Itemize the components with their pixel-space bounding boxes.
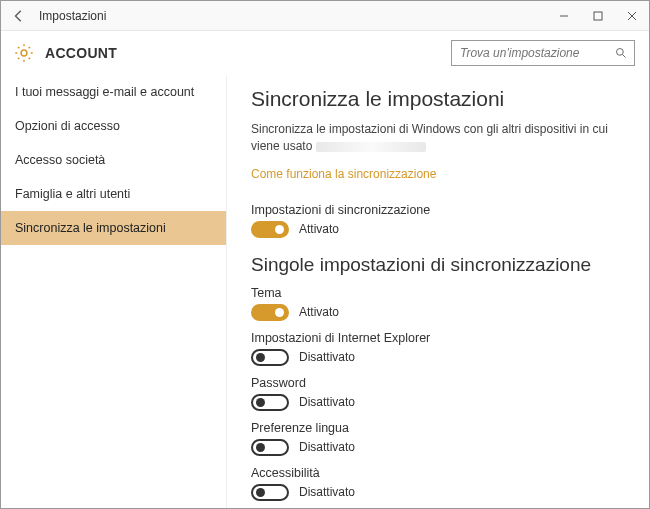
setting-toggle-1[interactable] [251,349,289,366]
svg-point-3 [617,49,624,56]
sidebar-item-4[interactable]: Sincronizza le impostazioni [1,211,226,245]
sidebar-item-2[interactable]: Accesso società [1,143,226,177]
setting-state-0: Attivato [299,305,339,319]
maximize-button[interactable] [581,1,615,31]
sync-master-toggle[interactable] [251,221,289,238]
search-input[interactable] [460,46,614,60]
sidebar-item-1[interactable]: Opzioni di accesso [1,109,226,143]
search-box[interactable] [451,40,635,66]
setting-label-4: Accessibilità [251,466,625,480]
minimize-button[interactable] [547,1,581,31]
setting-toggle-3[interactable] [251,439,289,456]
setting-label-3: Preferenze lingua [251,421,625,435]
setting-state-4: Disattivato [299,485,355,499]
setting-toggle-4[interactable] [251,484,289,501]
sync-settings-label: Impostazioni di sincronizzazione [251,203,625,217]
redacted-account [316,142,426,152]
setting-label-1: Impostazioni di Internet Explorer [251,331,625,345]
svg-rect-1 [594,12,602,20]
sidebar-item-0[interactable]: I tuoi messaggi e-mail e account [1,75,226,109]
individual-settings-title: Singole impostazioni di sincronizzazione [251,254,625,276]
setting-state-3: Disattivato [299,440,355,454]
search-icon[interactable] [614,47,628,59]
sync-help-link[interactable]: Come funziona la sincronizzazione [251,167,436,181]
back-button[interactable] [1,1,37,31]
setting-label-2: Password [251,376,625,390]
page-header-title: ACCOUNT [45,45,441,61]
section-title: Sincronizza le impostazioni [251,87,625,111]
setting-toggle-2[interactable] [251,394,289,411]
setting-state-2: Disattivato [299,395,355,409]
window-title: Impostazioni [37,9,106,23]
setting-toggle-0[interactable] [251,304,289,321]
close-button[interactable] [615,1,649,31]
setting-state-1: Disattivato [299,350,355,364]
sidebar-item-3[interactable]: Famiglia e altri utenti [1,177,226,211]
setting-label-0: Tema [251,286,625,300]
gear-icon [13,42,35,64]
svg-point-2 [21,50,27,56]
content-pane: Sincronizza le impostazioni Sincronizza … [227,75,649,508]
desc-text: Sincronizza le impostazioni di Windows c… [251,122,608,153]
sidebar: I tuoi messaggi e-mail e accountOpzioni … [1,75,227,508]
sync-master-state: Attivato [299,222,339,236]
svg-line-4 [623,55,626,58]
section-description: Sincronizza le impostazioni di Windows c… [251,121,611,155]
